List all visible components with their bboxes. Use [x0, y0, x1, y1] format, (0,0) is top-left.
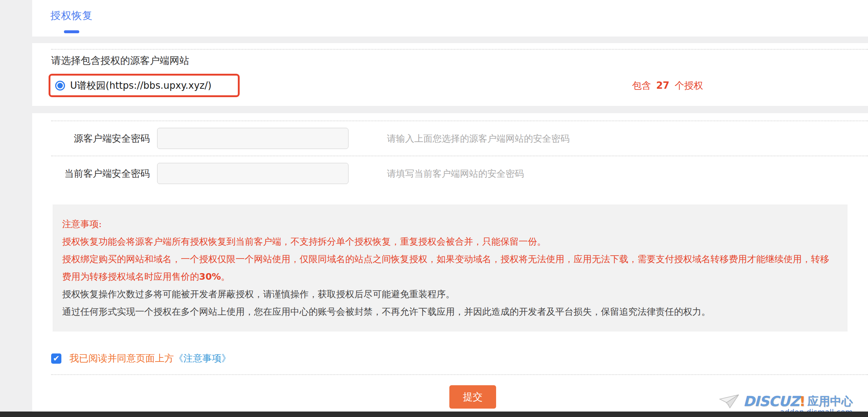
- agreement-row: ✔ 我已阅读并同意页面上方 《注意事项》: [51, 352, 868, 365]
- notice-title: 注意事项:: [62, 215, 838, 233]
- current-password-hint: 请填写当前客户端网站的安全密码: [387, 168, 524, 180]
- agreement-notice-link[interactable]: 《注意事项》: [174, 352, 231, 365]
- auth-count-number: 27: [654, 80, 671, 91]
- auth-count-text: 包含 27 个授权: [632, 79, 703, 92]
- active-tab-indicator: [64, 30, 79, 33]
- recovery-form-section: 源客户端安全密码 请输入上面您选择的源客户端网站的安全密码 当前客户端安全密码 …: [32, 113, 868, 417]
- current-password-input[interactable]: [157, 163, 349, 184]
- tab-license-recovery[interactable]: 授权恢复: [50, 0, 93, 37]
- tab-license-recovery-label: 授权恢复: [50, 9, 93, 22]
- source-site-option-label: U谱校园(https://bbs.upxy.xyz/): [70, 79, 212, 92]
- notice-line-3: 授权恢复操作次数过多将可能被开发者屏蔽授权，请谨慎操作，获取授权后尽可能避免重装…: [62, 286, 838, 303]
- current-password-row: 当前客户端安全密码 请填写当前客户端网站的安全密码: [51, 156, 868, 191]
- source-site-table: 请选择包含授权的源客户端网站 U谱校园(https://bbs.upxy.xyz…: [51, 49, 868, 97]
- source-site-section: 请选择包含授权的源客户端网站 U谱校园(https://bbs.upxy.xyz…: [32, 43, 868, 106]
- source-site-option-row: U谱校园(https://bbs.upxy.xyz/) 包含 27 个授权: [51, 74, 868, 97]
- source-password-input[interactable]: [157, 128, 349, 149]
- notice-line-1: 授权恢复功能会将源客户端所有授权恢复到当前客户端，不支持拆分单个授权恢复，重复授…: [62, 233, 838, 250]
- source-site-title: 请选择包含授权的源客户端网站: [51, 50, 868, 74]
- brand-suffix: 应用中心: [807, 394, 853, 409]
- submit-button[interactable]: 提交: [449, 385, 496, 409]
- bottom-bar: [0, 412, 868, 417]
- agreement-text: 我已阅读并同意页面上方: [69, 352, 174, 365]
- notice-box: 注意事项: 授权恢复功能会将源客户端所有授权恢复到当前客户端，不支持拆分单个授权…: [53, 204, 848, 332]
- checkmark-icon: ✔: [53, 355, 60, 363]
- license-recovery-page: 授权恢复 请选择包含授权的源客户端网站 U谱校园(https://bbs.upx…: [32, 0, 868, 417]
- brand-name: DISCUZ!: [743, 393, 805, 409]
- paper-plane-icon: [719, 394, 740, 409]
- current-password-label: 当前客户端安全密码: [51, 167, 150, 180]
- radio-selected-icon[interactable]: [55, 81, 65, 91]
- notice-30-percent: 30%: [199, 271, 221, 282]
- source-site-option[interactable]: U谱校园(https://bbs.upxy.xyz/): [49, 74, 240, 97]
- notice-line-4: 通过任何形式实现一个授权在多个网站上使用，您在应用中心的账号会被封禁，不再允许下…: [62, 303, 838, 321]
- agreement-checkbox[interactable]: ✔: [51, 353, 61, 364]
- auth-count-prefix: 包含: [632, 80, 651, 91]
- source-password-hint: 请输入上面您选择的源客户端网站的安全密码: [387, 133, 570, 145]
- source-password-row: 源客户端安全密码 请输入上面您选择的源客户端网站的安全密码: [51, 120, 868, 156]
- source-password-label: 源客户端安全密码: [51, 132, 150, 145]
- notice-line-2: 授权绑定购买的网站和域名，一个授权仅限一个网站使用，仅限同域名的站点之间恢复授权…: [62, 250, 838, 286]
- tab-bar: 授权恢复: [32, 0, 868, 37]
- auth-count-suffix: 个授权: [675, 80, 703, 91]
- brand-exclamation: !: [799, 393, 805, 409]
